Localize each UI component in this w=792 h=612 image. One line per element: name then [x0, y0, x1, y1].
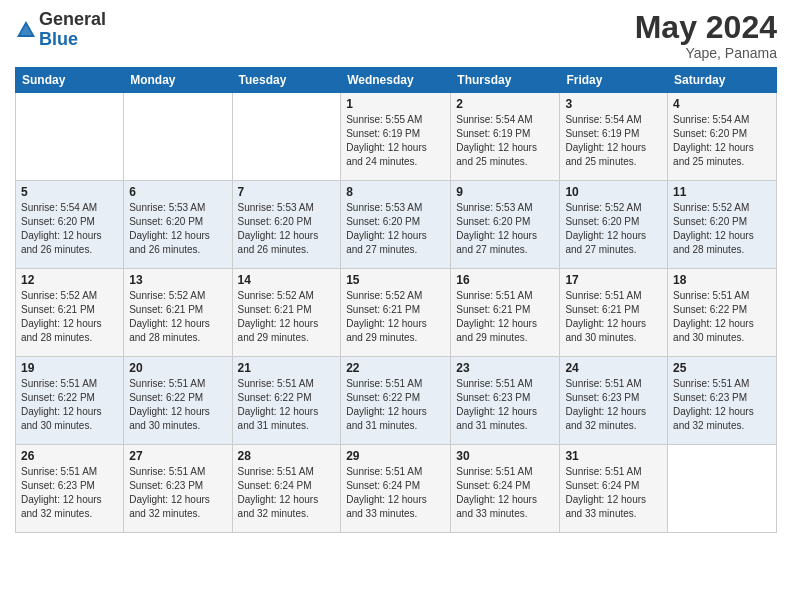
calendar-cell: 25Sunrise: 5:51 AM Sunset: 6:23 PM Dayli… [668, 357, 777, 445]
day-info: Sunrise: 5:51 AM Sunset: 6:22 PM Dayligh… [238, 377, 336, 433]
calendar-cell: 23Sunrise: 5:51 AM Sunset: 6:23 PM Dayli… [451, 357, 560, 445]
day-number: 11 [673, 185, 771, 199]
day-info: Sunrise: 5:52 AM Sunset: 6:20 PM Dayligh… [673, 201, 771, 257]
day-info: Sunrise: 5:51 AM Sunset: 6:22 PM Dayligh… [673, 289, 771, 345]
day-number: 22 [346, 361, 445, 375]
calendar-cell: 7Sunrise: 5:53 AM Sunset: 6:20 PM Daylig… [232, 181, 341, 269]
calendar-cell: 22Sunrise: 5:51 AM Sunset: 6:22 PM Dayli… [341, 357, 451, 445]
day-info: Sunrise: 5:51 AM Sunset: 6:22 PM Dayligh… [21, 377, 118, 433]
day-info: Sunrise: 5:51 AM Sunset: 6:21 PM Dayligh… [565, 289, 662, 345]
calendar-cell: 20Sunrise: 5:51 AM Sunset: 6:22 PM Dayli… [124, 357, 232, 445]
header-tuesday: Tuesday [232, 68, 341, 93]
day-number: 26 [21, 449, 118, 463]
week-row-0: 1Sunrise: 5:55 AM Sunset: 6:19 PM Daylig… [16, 93, 777, 181]
day-number: 30 [456, 449, 554, 463]
calendar-cell: 30Sunrise: 5:51 AM Sunset: 6:24 PM Dayli… [451, 445, 560, 533]
header-monday: Monday [124, 68, 232, 93]
header-friday: Friday [560, 68, 668, 93]
calendar-cell: 3Sunrise: 5:54 AM Sunset: 6:19 PM Daylig… [560, 93, 668, 181]
day-info: Sunrise: 5:53 AM Sunset: 6:20 PM Dayligh… [238, 201, 336, 257]
day-info: Sunrise: 5:51 AM Sunset: 6:22 PM Dayligh… [346, 377, 445, 433]
calendar-body: 1Sunrise: 5:55 AM Sunset: 6:19 PM Daylig… [16, 93, 777, 533]
day-info: Sunrise: 5:51 AM Sunset: 6:23 PM Dayligh… [673, 377, 771, 433]
header: General Blue May 2024 Yape, Panama [15, 10, 777, 61]
calendar-cell: 9Sunrise: 5:53 AM Sunset: 6:20 PM Daylig… [451, 181, 560, 269]
calendar-cell: 14Sunrise: 5:52 AM Sunset: 6:21 PM Dayli… [232, 269, 341, 357]
header-thursday: Thursday [451, 68, 560, 93]
logo-icon [15, 19, 37, 41]
day-number: 27 [129, 449, 226, 463]
day-info: Sunrise: 5:52 AM Sunset: 6:21 PM Dayligh… [346, 289, 445, 345]
day-number: 31 [565, 449, 662, 463]
calendar-cell [124, 93, 232, 181]
calendar-cell: 27Sunrise: 5:51 AM Sunset: 6:23 PM Dayli… [124, 445, 232, 533]
day-info: Sunrise: 5:51 AM Sunset: 6:23 PM Dayligh… [21, 465, 118, 521]
calendar-cell: 24Sunrise: 5:51 AM Sunset: 6:23 PM Dayli… [560, 357, 668, 445]
day-info: Sunrise: 5:55 AM Sunset: 6:19 PM Dayligh… [346, 113, 445, 169]
day-number: 25 [673, 361, 771, 375]
day-number: 1 [346, 97, 445, 111]
day-info: Sunrise: 5:53 AM Sunset: 6:20 PM Dayligh… [129, 201, 226, 257]
week-row-1: 5Sunrise: 5:54 AM Sunset: 6:20 PM Daylig… [16, 181, 777, 269]
day-info: Sunrise: 5:53 AM Sunset: 6:20 PM Dayligh… [346, 201, 445, 257]
calendar-cell: 29Sunrise: 5:51 AM Sunset: 6:24 PM Dayli… [341, 445, 451, 533]
calendar-cell: 18Sunrise: 5:51 AM Sunset: 6:22 PM Dayli… [668, 269, 777, 357]
day-info: Sunrise: 5:51 AM Sunset: 6:21 PM Dayligh… [456, 289, 554, 345]
day-number: 3 [565, 97, 662, 111]
day-info: Sunrise: 5:54 AM Sunset: 6:19 PM Dayligh… [456, 113, 554, 169]
day-info: Sunrise: 5:51 AM Sunset: 6:22 PM Dayligh… [129, 377, 226, 433]
day-info: Sunrise: 5:52 AM Sunset: 6:20 PM Dayligh… [565, 201, 662, 257]
calendar-cell: 4Sunrise: 5:54 AM Sunset: 6:20 PM Daylig… [668, 93, 777, 181]
day-number: 28 [238, 449, 336, 463]
day-info: Sunrise: 5:54 AM Sunset: 6:19 PM Dayligh… [565, 113, 662, 169]
day-number: 2 [456, 97, 554, 111]
day-info: Sunrise: 5:54 AM Sunset: 6:20 PM Dayligh… [21, 201, 118, 257]
day-info: Sunrise: 5:51 AM Sunset: 6:24 PM Dayligh… [238, 465, 336, 521]
logo: General Blue [15, 10, 106, 50]
calendar-cell: 8Sunrise: 5:53 AM Sunset: 6:20 PM Daylig… [341, 181, 451, 269]
header-saturday: Saturday [668, 68, 777, 93]
day-number: 18 [673, 273, 771, 287]
calendar-cell [232, 93, 341, 181]
calendar-cell: 26Sunrise: 5:51 AM Sunset: 6:23 PM Dayli… [16, 445, 124, 533]
calendar-cell: 10Sunrise: 5:52 AM Sunset: 6:20 PM Dayli… [560, 181, 668, 269]
day-number: 20 [129, 361, 226, 375]
day-number: 4 [673, 97, 771, 111]
day-number: 17 [565, 273, 662, 287]
day-info: Sunrise: 5:51 AM Sunset: 6:23 PM Dayligh… [565, 377, 662, 433]
day-number: 7 [238, 185, 336, 199]
day-info: Sunrise: 5:52 AM Sunset: 6:21 PM Dayligh… [21, 289, 118, 345]
day-number: 16 [456, 273, 554, 287]
day-number: 5 [21, 185, 118, 199]
calendar-cell [16, 93, 124, 181]
calendar-cell: 13Sunrise: 5:52 AM Sunset: 6:21 PM Dayli… [124, 269, 232, 357]
day-info: Sunrise: 5:54 AM Sunset: 6:20 PM Dayligh… [673, 113, 771, 169]
calendar-cell: 6Sunrise: 5:53 AM Sunset: 6:20 PM Daylig… [124, 181, 232, 269]
day-number: 15 [346, 273, 445, 287]
day-info: Sunrise: 5:51 AM Sunset: 6:24 PM Dayligh… [346, 465, 445, 521]
calendar-cell: 31Sunrise: 5:51 AM Sunset: 6:24 PM Dayli… [560, 445, 668, 533]
day-number: 8 [346, 185, 445, 199]
day-number: 14 [238, 273, 336, 287]
day-number: 21 [238, 361, 336, 375]
calendar-cell: 11Sunrise: 5:52 AM Sunset: 6:20 PM Dayli… [668, 181, 777, 269]
calendar-cell: 16Sunrise: 5:51 AM Sunset: 6:21 PM Dayli… [451, 269, 560, 357]
logo-blue: Blue [39, 30, 106, 50]
week-row-2: 12Sunrise: 5:52 AM Sunset: 6:21 PM Dayli… [16, 269, 777, 357]
location: Yape, Panama [635, 45, 777, 61]
calendar-cell: 2Sunrise: 5:54 AM Sunset: 6:19 PM Daylig… [451, 93, 560, 181]
day-info: Sunrise: 5:51 AM Sunset: 6:24 PM Dayligh… [456, 465, 554, 521]
calendar-cell: 1Sunrise: 5:55 AM Sunset: 6:19 PM Daylig… [341, 93, 451, 181]
logo-general: General [39, 10, 106, 30]
day-number: 10 [565, 185, 662, 199]
calendar-cell: 15Sunrise: 5:52 AM Sunset: 6:21 PM Dayli… [341, 269, 451, 357]
calendar-table: Sunday Monday Tuesday Wednesday Thursday… [15, 67, 777, 533]
calendar-cell [668, 445, 777, 533]
month-title: May 2024 [635, 10, 777, 45]
header-row: Sunday Monday Tuesday Wednesday Thursday… [16, 68, 777, 93]
calendar-cell: 28Sunrise: 5:51 AM Sunset: 6:24 PM Dayli… [232, 445, 341, 533]
page: General Blue May 2024 Yape, Panama Sunda… [0, 0, 792, 612]
header-sunday: Sunday [16, 68, 124, 93]
day-number: 13 [129, 273, 226, 287]
day-info: Sunrise: 5:51 AM Sunset: 6:24 PM Dayligh… [565, 465, 662, 521]
